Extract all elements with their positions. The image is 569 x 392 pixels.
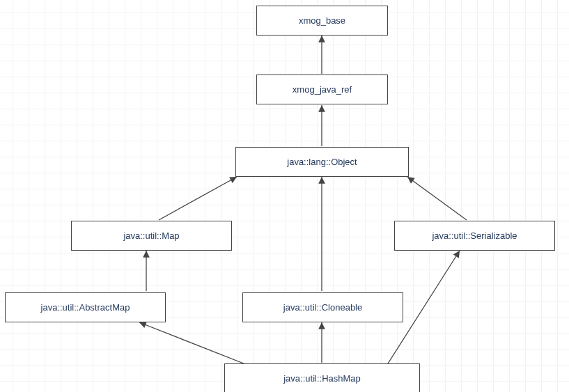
node-java-util-hashmap: java::util::HashMap — [224, 363, 420, 392]
node-java-util-cloneable: java::util::Cloneable — [242, 292, 403, 322]
node-label: java::lang::Object — [287, 157, 357, 168]
node-java-util-abstractmap: java::util::AbstractMap — [5, 292, 166, 322]
node-java-lang-object: java::lang::Object — [235, 147, 409, 177]
edge-map-to-object — [159, 177, 237, 220]
node-java-util-serializable: java::util::Serializable — [394, 221, 555, 251]
node-label: java::util::Map — [123, 230, 179, 242]
node-java-util-map: java::util::Map — [71, 221, 232, 251]
node-label: java::util::Cloneable — [283, 302, 362, 313]
node-label: java::util::AbstractMap — [41, 302, 130, 313]
node-label: xmog_base — [299, 15, 345, 26]
diagram-canvas: xmog_base xmog_java_ref java::lang::Obje… — [0, 0, 569, 392]
node-xmog-base: xmog_base — [256, 6, 388, 36]
node-label: java::util::HashMap — [283, 373, 361, 384]
edge-layer — [0, 0, 569, 392]
node-label: java::util::Serializable — [432, 230, 517, 242]
node-label: xmog_java_ref — [293, 84, 352, 95]
edge-hashmap-to-abstractmap — [139, 322, 258, 369]
node-xmog-java-ref: xmog_java_ref — [256, 75, 388, 104]
edge-serializable-to-object — [407, 177, 467, 220]
